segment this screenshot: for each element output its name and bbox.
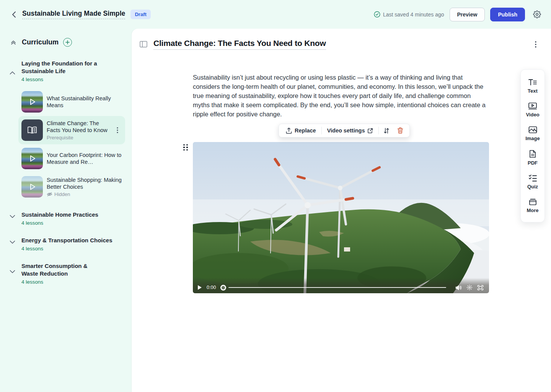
lesson-menu-button[interactable] bbox=[113, 126, 122, 135]
back-button[interactable] bbox=[8, 9, 19, 20]
chevron-down-icon bbox=[10, 240, 15, 244]
play-icon bbox=[21, 176, 43, 198]
insert-pdf-button[interactable]: PDF bbox=[521, 145, 544, 170]
image-icon bbox=[528, 126, 537, 134]
play-button[interactable] bbox=[197, 284, 203, 291]
insert-quiz-label: Quiz bbox=[527, 184, 538, 189]
insert-text-label: Text bbox=[528, 88, 538, 94]
double-chevron-up-icon bbox=[10, 39, 16, 46]
kebab-icon bbox=[535, 41, 536, 48]
curriculum-section: Sustainable Home Practices 4 lessons bbox=[0, 211, 132, 226]
settings-button[interactable] bbox=[530, 8, 543, 21]
insert-quiz-button[interactable]: Quiz bbox=[521, 170, 544, 194]
lesson-item-sustainable-shopping[interactable]: Sustainable Shopping: Making Better Choi… bbox=[18, 173, 125, 201]
lesson-list: What Sustainability Really Means Climate… bbox=[18, 88, 125, 201]
chevron-left-icon bbox=[11, 11, 16, 18]
text-icon bbox=[528, 78, 537, 86]
replace-video-button[interactable]: Replace bbox=[281, 125, 321, 136]
lesson-title: Sustainable Shopping: Making Better Choi… bbox=[47, 176, 122, 190]
lesson-thumbnail bbox=[21, 91, 43, 113]
sort-arrows-icon bbox=[383, 127, 390, 134]
upload-icon bbox=[286, 127, 292, 134]
curriculum-section: Energy & Transportation Choices 4 lesson… bbox=[0, 237, 132, 252]
insert-image-button[interactable]: Image bbox=[521, 122, 544, 145]
section-lesson-count: 4 lessons bbox=[21, 77, 125, 82]
toggle-sidebar-button[interactable] bbox=[139, 40, 148, 49]
add-section-button[interactable] bbox=[63, 38, 72, 47]
section-collapse-button[interactable] bbox=[8, 69, 16, 77]
app-header: Sustainable Living Made Simple Draft Las… bbox=[0, 0, 551, 29]
insert-more-button[interactable]: More bbox=[521, 194, 544, 217]
fullscreen-button[interactable] bbox=[476, 284, 484, 291]
lesson-item-climate-change[interactable]: Climate Change: The Facts You Need to Kn… bbox=[18, 116, 125, 144]
section-title[interactable]: Sustainable Home Practices bbox=[21, 211, 125, 219]
course-title[interactable]: Sustainable Living Made Simple bbox=[22, 10, 125, 19]
play-icon bbox=[21, 148, 43, 169]
video-poster-wind-turbines bbox=[193, 142, 489, 293]
pdf-icon bbox=[529, 150, 536, 158]
lesson-text-block[interactable]: Sustainability isn’t just about recyclin… bbox=[193, 73, 486, 119]
lesson-title: What Sustainability Really Means bbox=[47, 95, 122, 109]
insert-more-label: More bbox=[527, 207, 538, 213]
open-book-icon bbox=[27, 126, 37, 135]
move-block-button[interactable] bbox=[380, 125, 393, 136]
trash-icon bbox=[397, 127, 403, 134]
insert-video-label: Video bbox=[526, 112, 539, 118]
curriculum-sidebar: Curriculum Laying the Foundation for a S… bbox=[0, 29, 132, 392]
video-icon bbox=[528, 102, 537, 110]
lesson-thumbnail bbox=[21, 119, 43, 141]
lesson-prerequisite-label: Prerequisite bbox=[47, 135, 113, 140]
preview-button[interactable]: Preview bbox=[450, 8, 485, 21]
chevron-up-icon bbox=[10, 71, 15, 75]
video-controls-bar: 0:00 bbox=[193, 278, 489, 293]
status-badge: Draft bbox=[130, 10, 150, 19]
lesson-title: Your Carbon Footprint: How to Measure an… bbox=[47, 152, 122, 165]
more-icon bbox=[528, 198, 537, 206]
lesson-options-button[interactable] bbox=[530, 39, 541, 50]
insert-video-button[interactable]: Video bbox=[521, 98, 544, 122]
insert-text-button[interactable]: Text bbox=[521, 74, 544, 98]
volume-button[interactable] bbox=[455, 284, 463, 291]
panel-layout-icon bbox=[140, 41, 147, 47]
lesson-thumbnail bbox=[21, 176, 43, 198]
section-lesson-count: 4 lessons bbox=[21, 220, 125, 226]
curriculum-title: Curriculum bbox=[22, 38, 59, 46]
video-player[interactable]: 0:00 bbox=[193, 142, 489, 293]
seek-track[interactable] bbox=[228, 287, 446, 288]
section-title[interactable]: Laying the Foundation for a Sustainable … bbox=[21, 60, 125, 75]
section-expand-button[interactable] bbox=[8, 238, 16, 246]
divider bbox=[378, 127, 379, 134]
replace-label: Replace bbox=[295, 127, 316, 134]
insert-image-label: Image bbox=[525, 136, 540, 141]
section-expand-button[interactable] bbox=[8, 212, 16, 220]
video-settings-label: Video settings bbox=[327, 127, 365, 134]
section-lesson-count: 4 lessons bbox=[21, 279, 125, 285]
section-title[interactable]: Smarter Consumption & Waste Reduction bbox=[21, 262, 106, 278]
kebab-icon bbox=[117, 127, 118, 133]
delete-block-button[interactable] bbox=[393, 125, 407, 136]
saved-status: Last saved 4 minutes ago bbox=[374, 11, 444, 18]
insert-pdf-label: PDF bbox=[528, 160, 538, 166]
lesson-page-title[interactable]: Climate Change: The Facts You Need to Kn… bbox=[153, 39, 326, 50]
section-title[interactable]: Energy & Transportation Choices bbox=[21, 237, 125, 244]
lesson-title: Climate Change: The Facts You Need to Kn… bbox=[47, 120, 113, 134]
player-settings-button[interactable] bbox=[466, 284, 473, 291]
collapse-all-button[interactable] bbox=[9, 38, 18, 47]
video-settings-button[interactable]: Video settings bbox=[323, 125, 378, 136]
seek-handle[interactable] bbox=[220, 285, 226, 291]
publish-button[interactable]: Publish bbox=[490, 8, 525, 21]
lesson-thumbnail bbox=[21, 148, 43, 169]
section-expand-button[interactable] bbox=[8, 268, 16, 275]
lesson-item-what-sustainability[interactable]: What Sustainability Really Means bbox=[18, 88, 125, 116]
current-time: 0:00 bbox=[207, 285, 216, 290]
external-link-icon bbox=[367, 128, 373, 134]
check-circle-icon bbox=[374, 11, 380, 18]
chevron-down-icon bbox=[10, 270, 15, 273]
chevron-down-icon bbox=[10, 215, 15, 218]
lesson-item-carbon-footprint[interactable]: Your Carbon Footprint: How to Measure an… bbox=[18, 144, 125, 173]
plus-icon bbox=[65, 40, 70, 44]
eye-off-icon bbox=[47, 192, 52, 197]
gear-icon bbox=[533, 10, 541, 18]
divider bbox=[321, 127, 322, 134]
block-drag-handle[interactable] bbox=[183, 143, 189, 152]
